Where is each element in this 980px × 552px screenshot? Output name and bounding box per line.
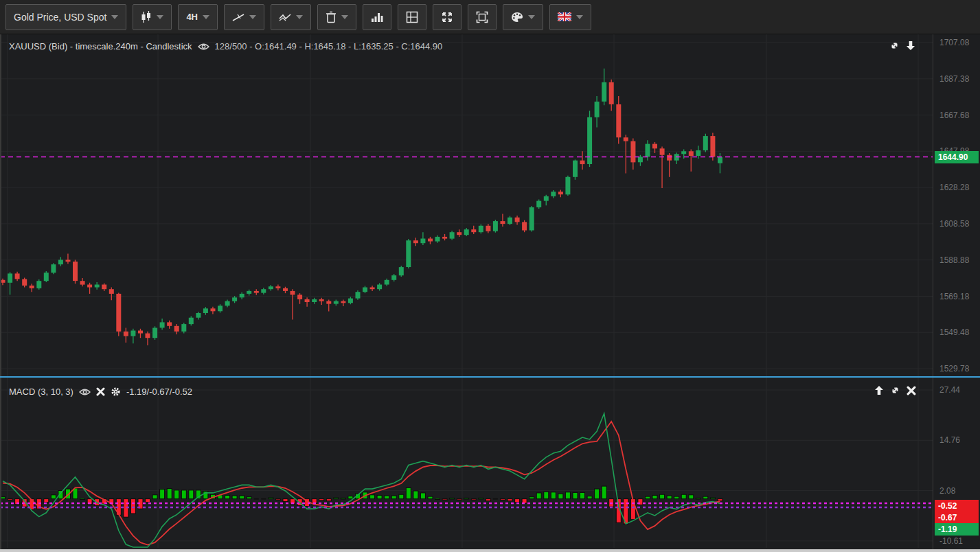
layout-grid-button[interactable]	[398, 4, 426, 30]
panel-separator[interactable]	[0, 376, 980, 378]
move-panel-up-icon[interactable]	[874, 385, 884, 395]
eye-icon[interactable]	[79, 388, 91, 396]
gear-icon[interactable]	[111, 387, 121, 397]
trendline-tool-button[interactable]	[224, 4, 264, 30]
resize-diagonal-icon[interactable]	[890, 385, 900, 395]
delete-drawings-button[interactable]	[317, 4, 356, 30]
timeframe-label: 4H	[186, 12, 198, 22]
macd-value-badge: -0.52	[935, 500, 979, 512]
price-axis-tick: 1628.28	[939, 183, 969, 192]
price-axis-tick: 1608.58	[939, 219, 969, 229]
snapshot-frame-button[interactable]	[468, 4, 497, 30]
expand-arrows-icon	[441, 11, 453, 23]
candlestick-icon	[141, 11, 152, 23]
macd-axis-tick: 2.08	[939, 486, 955, 496]
move-panel-down-icon[interactable]	[906, 41, 915, 51]
eye-icon[interactable]	[198, 43, 209, 51]
main-chart-title: XAUUSD (Bid) - timescale.240m - Candlest…	[9, 41, 192, 51]
chevron-down-icon	[528, 15, 535, 19]
bar-chart-icon	[371, 12, 383, 23]
price-axis-tick: 1569.18	[939, 292, 969, 301]
price-axis[interactable]: 1707.081687.381667.681647.981628.281608.…	[934, 34, 980, 376]
chart-canvas[interactable]	[0, 34, 980, 552]
palette-icon	[511, 12, 523, 23]
time-axis-strip[interactable]	[0, 549, 980, 552]
chevron-down-icon	[576, 15, 583, 19]
close-icon[interactable]	[907, 386, 916, 395]
chevron-down-icon	[203, 15, 209, 19]
macd-axis-tick: -10.61	[939, 536, 963, 546]
axis-border	[933, 34, 933, 549]
macd-axis-tick: 27.44	[939, 385, 960, 395]
frame-icon	[476, 11, 488, 23]
uk-flag-icon	[558, 12, 571, 21]
zigzag-tool-button[interactable]	[271, 4, 311, 30]
macd-value-badge: -0.67	[935, 511, 979, 524]
macd-axis[interactable]: 27.4414.762.08-10.61-0.52-0.67-1.19	[934, 378, 980, 549]
macd-title-label: MACD (3, 10, 3)	[9, 387, 73, 397]
fullscreen-button[interactable]	[433, 4, 461, 30]
language-flag-button[interactable]	[549, 4, 591, 30]
timeframe-button[interactable]: 4H	[178, 4, 218, 30]
macd-value-badge: -1.19	[935, 523, 979, 536]
main-panel-actions	[889, 41, 915, 51]
resize-diagonal-icon[interactable]	[889, 41, 900, 51]
last-price-badge: 1644.90	[935, 151, 979, 163]
chevron-down-icon	[296, 15, 303, 19]
price-axis-tick: 1707.08	[939, 38, 969, 47]
macd-values: -1.19/-0.67/-0.52	[126, 387, 192, 397]
price-axis-tick: 1667.68	[939, 111, 969, 120]
toolbar: Gold Price, USD Spot 4H	[0, 0, 980, 34]
grid-layout-icon	[406, 11, 418, 23]
chart-area: XAUUSD (Bid) - timescale.240m - Candlest…	[0, 34, 980, 552]
price-axis-tick: 1588.88	[939, 255, 969, 265]
chevron-down-icon	[341, 15, 348, 19]
macd-header: MACD (3, 10, 3) -1.19/-0.67/-0.52	[9, 387, 192, 397]
chevron-down-icon	[249, 15, 256, 19]
trash-icon	[326, 11, 337, 23]
symbol-selector-button[interactable]: Gold Price, USD Spot	[5, 4, 126, 30]
main-chart-ohlc-stats: 128/500 - O:1641.49 - H:1645.18 - L:1635…	[215, 41, 443, 51]
macd-axis-tick: 14.76	[939, 435, 960, 445]
indicator-bars-button[interactable]	[363, 4, 391, 30]
macd-panel-actions	[874, 385, 916, 395]
chevron-down-icon	[157, 15, 163, 19]
price-axis-tick: 1549.48	[939, 327, 969, 337]
trendline-icon	[232, 12, 244, 22]
zigzag-icon	[279, 12, 291, 22]
close-icon[interactable]	[96, 387, 105, 396]
theme-palette-button[interactable]	[503, 4, 543, 30]
chevron-down-icon	[111, 15, 118, 19]
panel-left-edge	[0, 34, 1, 549]
symbol-label: Gold Price, USD Spot	[14, 12, 106, 23]
main-chart-header: XAUUSD (Bid) - timescale.240m - Candlest…	[9, 41, 442, 51]
price-axis-tick: 1687.38	[939, 74, 969, 84]
chart-type-button[interactable]	[133, 4, 172, 30]
price-axis-tick: 1529.78	[939, 364, 969, 373]
